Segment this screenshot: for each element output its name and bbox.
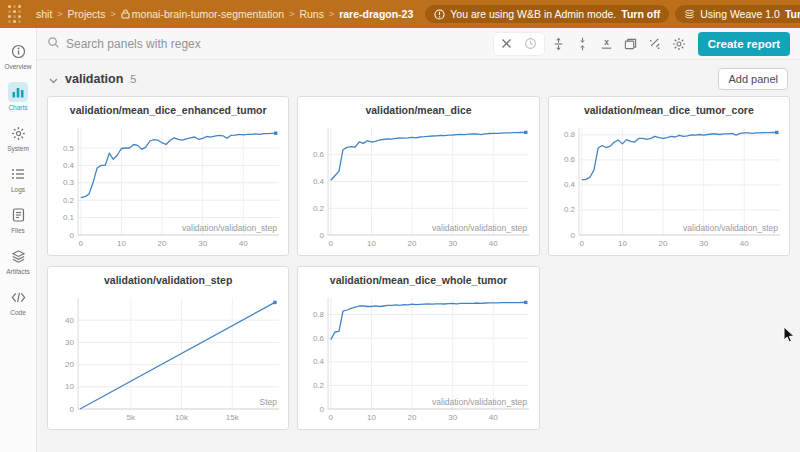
chart-panel-mean-dice-tumor-core[interactable]: validation/mean_dice_tumor_core 00.20.40… xyxy=(548,96,790,256)
chart-plot-area: 00.20.40.60.8010203040validation/validat… xyxy=(298,290,538,429)
x-axis-settings-icon[interactable]: x xyxy=(598,35,616,53)
weave-banner-text: Using Weave 1.0 xyxy=(700,8,780,20)
svg-text:30: 30 xyxy=(699,239,708,248)
svg-text:40: 40 xyxy=(489,413,498,422)
svg-text:20: 20 xyxy=(408,239,417,248)
breadcrumb-separator: > xyxy=(111,9,116,19)
chart-title: validation/mean_dice_whole_tumor xyxy=(298,274,538,290)
admin-banner-text: You are using W&B in Admin mode. xyxy=(450,8,616,20)
breadcrumb-runs[interactable]: Runs xyxy=(299,8,324,20)
svg-text:40: 40 xyxy=(739,239,748,248)
chevron-down-icon[interactable] xyxy=(49,70,58,88)
collapse-panels-icon[interactable] xyxy=(574,35,592,53)
sidebar-item-system[interactable]: System xyxy=(1,120,35,157)
panels-grid: validation/mean_dice_enhanced_tumor 00.1… xyxy=(47,96,790,430)
svg-text:5k: 5k xyxy=(127,413,136,422)
svg-text:0: 0 xyxy=(320,231,325,240)
section-title[interactable]: validation xyxy=(65,72,123,86)
sidebar-label: Files xyxy=(11,227,25,234)
svg-text:20: 20 xyxy=(658,239,667,248)
svg-text:20: 20 xyxy=(158,239,167,248)
sidebar-label: Logs xyxy=(11,186,25,193)
chart-title: validation/mean_dice_tumor_core xyxy=(549,104,789,120)
chart-panel-validation-step[interactable]: validation/validation_step 0102030405k10… xyxy=(47,266,289,430)
chart-plot-area: 00.10.20.30.40.5010203040validation/vali… xyxy=(48,120,288,255)
svg-text:20: 20 xyxy=(65,360,74,369)
bar-chart-icon xyxy=(8,82,28,102)
svg-text:validation/validation_step: validation/validation_step xyxy=(432,397,527,407)
svg-text:0: 0 xyxy=(79,239,84,248)
svg-text:10: 10 xyxy=(367,413,376,422)
create-report-button[interactable]: Create report xyxy=(698,32,790,56)
chart-title: validation/mean_dice xyxy=(298,104,538,120)
section-panel-count: 5 xyxy=(130,73,136,85)
svg-text:40: 40 xyxy=(65,316,74,325)
svg-text:0.4: 0.4 xyxy=(564,180,576,189)
admin-mode-banner: You are using W&B in Admin mode. Turn of… xyxy=(425,5,669,23)
code-icon xyxy=(8,287,28,307)
sidebar-item-artifacts[interactable]: Artifacts xyxy=(1,243,35,280)
chart-title: validation/mean_dice_enhanced_tumor xyxy=(48,104,288,120)
info-icon xyxy=(8,41,28,61)
sidebar-item-overview[interactable]: Overview xyxy=(1,38,35,75)
svg-text:x: x xyxy=(604,37,609,47)
panels-toolbar: x Create report xyxy=(37,28,800,60)
history-clock-icon[interactable] xyxy=(522,35,540,53)
magic-sparkles-icon[interactable] xyxy=(646,35,664,53)
chart-panel-mean-dice[interactable]: validation/mean_dice 00.20.40.6010203040… xyxy=(297,96,539,256)
svg-text:0.6: 0.6 xyxy=(313,150,325,159)
svg-text:0: 0 xyxy=(70,405,75,414)
svg-text:0: 0 xyxy=(579,239,584,248)
svg-text:10: 10 xyxy=(65,382,74,391)
svg-text:0.2: 0.2 xyxy=(63,196,75,205)
search-actions-pill xyxy=(494,33,544,55)
svg-text:0.4: 0.4 xyxy=(313,357,325,366)
svg-text:0.6: 0.6 xyxy=(313,334,325,343)
file-icon xyxy=(8,205,28,225)
breadcrumb-project[interactable]: monai-brain-tumor-segmentation xyxy=(121,8,284,21)
sidebar-item-files[interactable]: Files xyxy=(1,202,35,239)
svg-text:0: 0 xyxy=(329,239,334,248)
validation-section-header: validation 5 Add panel xyxy=(37,60,800,96)
chart-panel-mean-dice-whole-tumor[interactable]: validation/mean_dice_whole_tumor 00.20.4… xyxy=(297,266,539,430)
artifacts-layers-icon xyxy=(8,246,28,266)
svg-text:validation/validation_step: validation/validation_step xyxy=(432,223,527,233)
sidebar-item-logs[interactable]: Logs xyxy=(1,161,35,198)
weave-layers-icon xyxy=(684,9,695,20)
weave-banner: Using Weave 1.0 Turn off xyxy=(675,5,800,23)
add-panel-button[interactable]: Add panel xyxy=(718,68,788,90)
settings-gear-icon[interactable] xyxy=(670,35,688,53)
sidebar-item-charts[interactable]: Charts xyxy=(1,79,35,116)
breadcrumb-projects[interactable]: Projects xyxy=(68,8,106,20)
svg-text:0.1: 0.1 xyxy=(63,213,75,222)
breadcrumb-separator: > xyxy=(57,9,62,19)
expand-panels-icon[interactable] xyxy=(550,35,568,53)
wandb-logo-icon[interactable] xyxy=(8,5,26,23)
sidebar-item-code[interactable]: Code xyxy=(1,284,35,321)
svg-text:30: 30 xyxy=(449,413,458,422)
breadcrumb-user[interactable]: shit xyxy=(36,8,52,20)
svg-text:0: 0 xyxy=(320,405,325,414)
svg-text:validation/validation_step: validation/validation_step xyxy=(683,223,778,233)
chart-plot-area: 00.20.40.60.8010203040validation/validat… xyxy=(549,120,789,255)
breadcrumb-separator: > xyxy=(289,9,294,19)
panel-layout-icon[interactable] xyxy=(622,35,640,53)
svg-text:Step: Step xyxy=(260,397,278,407)
svg-text:20: 20 xyxy=(408,413,417,422)
clear-search-icon[interactable] xyxy=(498,35,516,53)
svg-text:0.8: 0.8 xyxy=(313,310,325,319)
svg-text:30: 30 xyxy=(449,239,458,248)
breadcrumb-run-name[interactable]: rare-dragon-23 xyxy=(339,8,413,20)
weave-turn-off-button[interactable]: Turn off xyxy=(785,8,800,20)
svg-text:10: 10 xyxy=(618,239,627,248)
search-input[interactable] xyxy=(66,37,488,51)
svg-text:0.8: 0.8 xyxy=(564,130,576,139)
svg-text:0: 0 xyxy=(70,231,75,240)
admin-turn-off-button[interactable]: Turn off xyxy=(621,8,660,20)
chart-panel-mean-dice-enhanced-tumor[interactable]: validation/mean_dice_enhanced_tumor 00.1… xyxy=(47,96,289,256)
breadcrumb-separator: > xyxy=(329,9,334,19)
svg-text:10: 10 xyxy=(367,239,376,248)
svg-text:0.4: 0.4 xyxy=(63,161,75,170)
chart-plot-area: 00.20.40.6010203040validation/validation… xyxy=(298,120,538,255)
left-sidebar: Overview Charts System Logs Files Artifa… xyxy=(0,28,37,452)
